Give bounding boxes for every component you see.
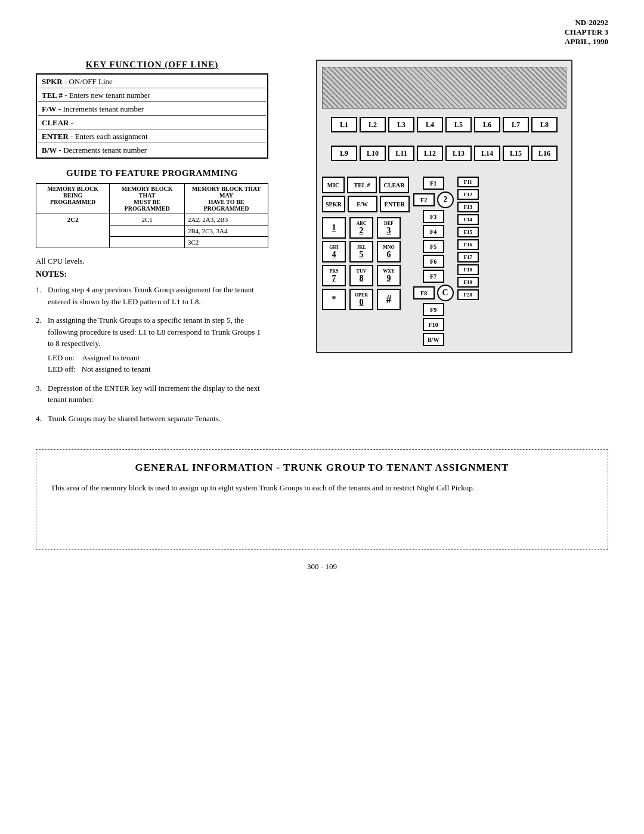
f11-key[interactable]: F11: [457, 177, 479, 187]
notes-list: 1. During step 4 any previous Trunk Grou…: [36, 284, 268, 424]
fw-key[interactable]: F/W: [348, 196, 377, 212]
bottom-title: GENERAL INFORMATION - TRUNK GROUP TO TEN…: [51, 462, 593, 474]
guide-row1-col2: 2C1: [110, 214, 185, 226]
l-key-l3[interactable]: L3: [388, 117, 414, 132]
l-key-l2[interactable]: L2: [360, 117, 386, 132]
f12-key[interactable]: F12: [457, 189, 479, 200]
l-key-l14[interactable]: L14: [474, 146, 500, 161]
row-spkr-fw-enter: SPKR F/W ENTER: [322, 196, 410, 212]
keyboard-diagram: L1L2L3L4L5L6L7L8 L9L10L11L12L13L14L15L16…: [316, 60, 572, 353]
mic-key[interactable]: MIC: [322, 177, 345, 193]
guide-col1-header: MEMORY BLOCK BEINGPROGRAMMED: [36, 184, 110, 214]
l-key-l11[interactable]: L11: [388, 146, 414, 161]
f18-key[interactable]: F18: [457, 264, 479, 275]
guide-row1-col3: 2A2, 2A3, 2B3: [184, 214, 268, 226]
key-9[interactable]: WXY 9: [377, 265, 401, 286]
keypad-area: MIC TEL # CLEAR SPKR F/W ENTER: [322, 177, 410, 346]
f9-key[interactable]: F9: [423, 303, 444, 316]
f7-key[interactable]: F7: [423, 270, 444, 283]
left-column: KEY FUNCTION (OFF LINE) SPKR - ON/OFF Li…: [36, 60, 268, 431]
notes-header: NOTES:: [36, 270, 268, 279]
f10-key[interactable]: F10: [423, 318, 444, 331]
guide-row3-col2: [110, 237, 185, 248]
key-star[interactable]: *: [322, 289, 346, 310]
key-7[interactable]: PRS 7: [322, 265, 346, 286]
shaded-display-area: [322, 67, 566, 109]
f6-key[interactable]: F6: [423, 255, 444, 268]
key-4[interactable]: GHI 4: [322, 241, 346, 262]
l-key-l5[interactable]: L5: [445, 117, 472, 132]
bw-key[interactable]: B/W: [423, 333, 444, 346]
f2-key[interactable]: F2: [413, 193, 435, 206]
guide-row3-col3: 3C2: [184, 237, 268, 248]
key-1[interactable]: 1: [322, 217, 346, 239]
f5-key[interactable]: F5: [423, 240, 444, 253]
enter-key[interactable]: ENTER: [380, 196, 410, 212]
f17-key[interactable]: F17: [457, 252, 479, 262]
l-key-l6[interactable]: L6: [474, 117, 500, 132]
guide-title: GUIDE TO FEATURE PROGRAMMING: [36, 168, 268, 178]
all-cpu-label: All CPU levels.: [36, 257, 268, 266]
tel-key[interactable]: TEL #: [347, 177, 377, 193]
key-function-row: SPKR - ON/OFF Line: [38, 76, 266, 88]
key-3[interactable]: DEF 3: [377, 217, 401, 239]
key-function-row: TEL # - Enters new tenant number: [38, 89, 266, 102]
f16-key[interactable]: F16: [457, 239, 479, 250]
key-function-title: KEY FUNCTION (OFF LINE): [36, 60, 268, 70]
f13-key[interactable]: F13: [457, 202, 479, 212]
l-key-l12[interactable]: L12: [417, 146, 443, 161]
note-item-4: 4. Trunk Groups may be shared between se…: [36, 413, 268, 425]
note-item-1: 1. During step 4 any previous Trunk Grou…: [36, 284, 268, 307]
circle-c-badge: C: [437, 285, 454, 301]
doc-number: ND-20292: [565, 18, 608, 27]
key-function-row: F/W - Increments tenant number: [38, 103, 266, 116]
f15-key[interactable]: F15: [457, 227, 479, 237]
l-key-l13[interactable]: L13: [445, 146, 472, 161]
bottom-text: This area of the memory block is used to…: [51, 482, 593, 495]
page-number: 300 - 109: [36, 562, 608, 572]
f-right-col: F11 F12 F13 F14 F15 F16 F17 F18 F19 F20: [457, 177, 479, 346]
note-item-2: 2. In assigning the Trunk Groups to a sp…: [36, 314, 268, 375]
keyboard-main-area: MIC TEL # CLEAR SPKR F/W ENTER: [322, 177, 566, 346]
note-item-3: 3. Depression of the ENTER key will incr…: [36, 382, 268, 406]
l-key-l4[interactable]: L4: [417, 117, 443, 132]
key-8[interactable]: TUV 8: [349, 265, 373, 286]
f14-key[interactable]: F14: [457, 214, 479, 225]
key-function-row: B/W - Decrements tenant number: [38, 144, 266, 156]
key-5[interactable]: JKL 5: [349, 241, 373, 262]
key-hash[interactable]: #: [377, 289, 401, 310]
l-key-l9[interactable]: L9: [331, 146, 357, 161]
f20-key[interactable]: F20: [457, 289, 479, 300]
page-header: ND-20292 CHAPTER 3 APRIL, 1990: [565, 18, 608, 47]
guide-row2-col2: [110, 226, 185, 237]
key-function-row: ENTER - Enters each assignment: [38, 131, 266, 143]
f8-key[interactable]: F8: [413, 286, 435, 299]
f3-key[interactable]: F3: [423, 210, 444, 223]
row-mic-tel-clear: MIC TEL # CLEAR: [322, 177, 410, 193]
key-0[interactable]: OPER 0: [349, 289, 373, 310]
clear-key[interactable]: CLEAR: [379, 177, 409, 193]
f1-key[interactable]: F1: [423, 177, 444, 190]
guide-big-label: 2C2: [36, 214, 110, 248]
f19-key[interactable]: F19: [457, 277, 479, 288]
guide-table: MEMORY BLOCK BEINGPROGRAMMED MEMORY BLOC…: [36, 183, 268, 248]
numeric-keypad: 1 ABC 2 DEF 3 GHI: [322, 217, 410, 310]
l-key-l7[interactable]: L7: [503, 117, 529, 132]
l9-l16-row: L9L10L11L12L13L14L15L16: [322, 146, 566, 161]
key-function-table: SPKR - ON/OFF LineTEL # - Enters new ten…: [36, 73, 268, 159]
guide-col2-header: MEMORY BLOCK THATMUST BE PROGRAMMED: [110, 184, 185, 214]
l-key-l16[interactable]: L16: [531, 146, 558, 161]
spkr-key[interactable]: SPKR: [322, 196, 345, 212]
key-2[interactable]: ABC 2: [349, 217, 373, 239]
bottom-info-box: GENERAL INFORMATION - TRUNK GROUP TO TEN…: [36, 449, 608, 550]
guide-col3-header: MEMORY BLOCK THAT MAYHAVE TO BE PROGRAMM…: [184, 184, 268, 214]
l-key-l10[interactable]: L10: [360, 146, 386, 161]
f4-key[interactable]: F4: [423, 225, 444, 238]
l-key-l15[interactable]: L15: [503, 146, 529, 161]
key-function-row: CLEAR -: [38, 117, 266, 129]
key-6[interactable]: MNO 6: [377, 241, 401, 262]
l1-l8-row: L1L2L3L4L5L6L7L8: [322, 117, 566, 132]
right-column: L1L2L3L4L5L6L7L8 L9L10L11L12L13L14L15L16…: [280, 60, 608, 431]
l-key-l1[interactable]: L1: [331, 117, 357, 132]
l-key-l8[interactable]: L8: [531, 117, 558, 132]
